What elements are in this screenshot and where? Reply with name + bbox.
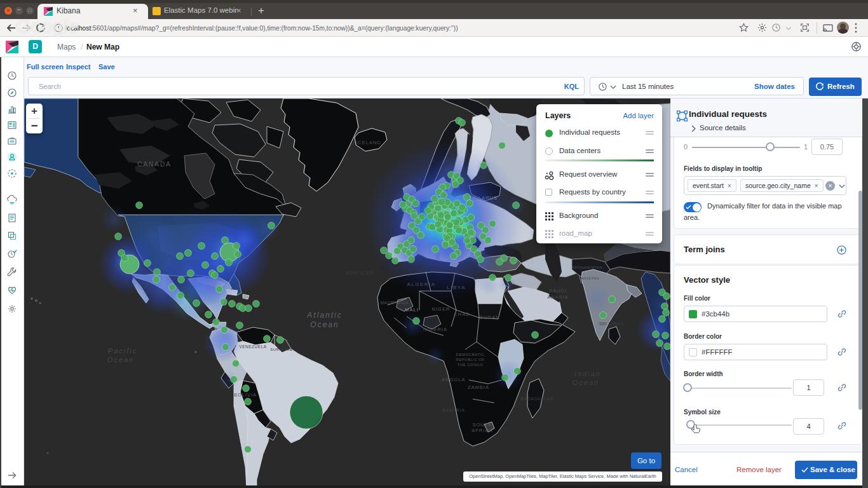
svg-text:SOUTH: SOUTH <box>472 422 492 428</box>
svg-text:Ocean: Ocean <box>107 356 134 363</box>
svg-text:NIGERIA: NIGERIA <box>423 327 447 332</box>
svg-text:NIGER: NIGER <box>432 306 451 312</box>
svg-text:SAUDI: SAUDI <box>549 288 567 294</box>
svg-text:Indian: Indian <box>574 370 601 377</box>
svg-text:SUDAN: SUDAN <box>480 315 499 320</box>
svg-text:CHAD: CHAD <box>454 311 470 317</box>
svg-text:DEMOCRATIC: DEMOCRATIC <box>456 353 485 356</box>
svg-text:MALI: MALI <box>405 307 419 313</box>
svg-text:CANADA: CANADA <box>137 161 172 168</box>
svg-text:PAKISTAN: PAKISTAN <box>579 276 600 280</box>
svg-text:Ocean: Ocean <box>573 379 599 386</box>
svg-text:MAURITANIA: MAURITANIA <box>381 301 409 305</box>
svg-text:VENEZUELA: VENEZUELA <box>239 344 266 349</box>
svg-text:MOROCCO: MOROCCO <box>346 271 374 275</box>
svg-text:Pacific: Pacific <box>108 347 137 355</box>
svg-text:AFRICA: AFRICA <box>471 428 493 433</box>
svg-text:ZAMBIA: ZAMBIA <box>468 384 489 390</box>
svg-text:ANGOLA: ANGOLA <box>442 377 465 383</box>
svg-text:BOLIVIA: BOLIVIA <box>234 392 257 398</box>
svg-text:SURINAME: SURINAME <box>270 348 293 351</box>
svg-text:NAMIBIA: NAMIBIA <box>442 408 465 412</box>
svg-text:SRI LANKA: SRI LANKA <box>599 322 624 326</box>
svg-text:Ocean: Ocean <box>310 320 339 329</box>
svg-text:ARABIA: ARABIA <box>547 294 569 300</box>
svg-text:Atlantic: Atlantic <box>306 311 342 320</box>
svg-text:AFGHANISTAN: AFGHANISTAN <box>572 266 602 269</box>
svg-text:THE CONGO: THE CONGO <box>458 363 484 367</box>
svg-text:MADAGASCAR: MADAGASCAR <box>520 396 553 401</box>
svg-text:REPUBLIC OF: REPUBLIC OF <box>456 358 485 362</box>
svg-text:ICELAND: ICELAND <box>356 140 381 146</box>
